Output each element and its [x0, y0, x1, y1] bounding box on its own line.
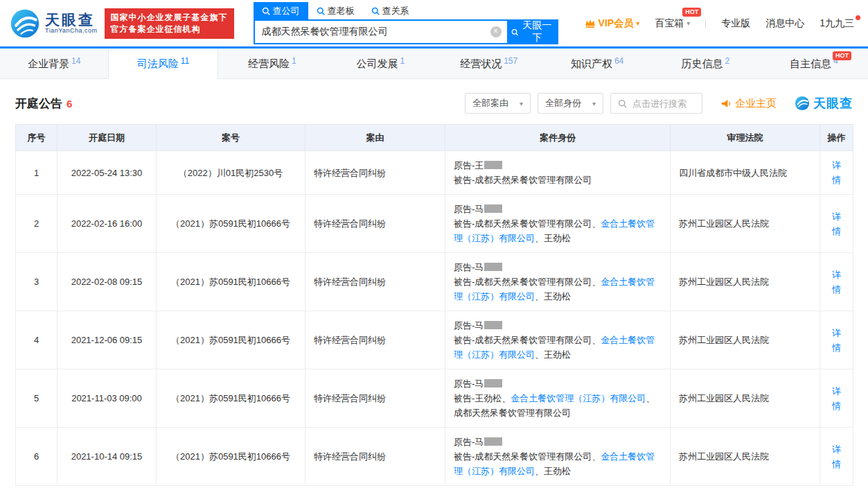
cell-case-no: （2021）苏0591民初10666号: [157, 253, 305, 311]
tianyancha-brand[interactable]: 天眼查: [795, 95, 853, 112]
company-home-link[interactable]: 企业主页: [720, 97, 777, 110]
tab-label: 公司发展: [356, 58, 398, 69]
filters: 全部案由 ▾ 全部身份 ▾: [465, 93, 853, 114]
tab-label: 经营风险: [248, 58, 290, 69]
tab-label: 自主信息: [790, 58, 831, 69]
cell-court: 苏州工业园区人民法院: [671, 311, 820, 369]
redacted-name: [484, 379, 502, 387]
cell-date: 2022-02-08 09:15: [57, 253, 157, 311]
tab-search-company[interactable]: 查公司: [254, 2, 308, 19]
search-tab-label: 查公司: [273, 5, 300, 17]
tab-business-status[interactable]: 经营状况157: [435, 49, 543, 78]
tab-count: 2: [725, 56, 730, 66]
party-text: 被告-王劲松、: [454, 393, 511, 403]
section-count: 6: [67, 98, 72, 110]
tab-company-background[interactable]: 企业背景14: [0, 49, 108, 78]
detail-link[interactable]: 详情: [832, 328, 841, 353]
cell-seq: 4: [16, 311, 57, 369]
tab-judicial-risk[interactable]: 司法风险11: [108, 49, 218, 79]
nav-tabs: 企业背景14司法风险11经营风险1公司发展1经营状况157知识产权64历史信息2…: [0, 49, 868, 79]
chevron-down-icon: ▾: [687, 19, 690, 27]
party-text: 、王劲松: [535, 349, 571, 360]
cell-cause: 特许经营合同纠纷: [305, 253, 445, 311]
cell-identity: 原告-马被告-成都天然呆餐饮管理有限公司、金合土餐饮管理（江苏）有限公司、王劲松: [445, 311, 671, 369]
detail-link[interactable]: 详情: [832, 270, 841, 295]
cell-identity: 原告-马被告-王劲松、金合土餐饮管理（江苏）有限公司、成都天然呆餐饮管理有限公司: [445, 369, 671, 428]
detail-link[interactable]: 详情: [832, 386, 841, 411]
search-tabs: 查公司查老板查关系: [254, 2, 558, 19]
vip-label: VIP会员: [599, 17, 634, 30]
cell-date: 2021-11-03 09:00: [57, 369, 157, 428]
identity-filter-select[interactable]: 全部身份 ▾: [538, 93, 603, 114]
detail-link[interactable]: 详情: [832, 211, 841, 236]
tab-intellectual-property[interactable]: 知识产权64: [543, 49, 651, 78]
cell-cause: 特许经营合同纠纷: [305, 428, 445, 486]
user-menu[interactable]: 1九九三: [820, 17, 854, 30]
tab-label: 经营状况: [460, 58, 502, 69]
table-row: 22022-02-16 16:00（2021）苏0591民初10666号特许经营…: [16, 195, 853, 253]
gov-badge-line2: 官方备案企业征信机构: [111, 24, 228, 35]
chevron-down-icon: ▾: [592, 100, 596, 107]
search-icon: [371, 7, 380, 15]
tianyancha-logo-icon: [10, 8, 40, 39]
tab-self-info[interactable]: 自主信息4HOT: [760, 49, 868, 78]
cell-seq: 6: [16, 428, 57, 486]
cell-court: 苏州工业园区人民法院: [671, 428, 820, 486]
col-header-action: 操作: [820, 125, 853, 151]
message-center-link[interactable]: 消息中心: [765, 17, 804, 30]
cause-filter-select[interactable]: 全部案由 ▾: [465, 93, 531, 114]
cell-court: 四川省成都市中级人民法院: [671, 151, 820, 195]
chevron-down-icon: ▾: [636, 19, 639, 27]
cell-court: 苏州工业园区人民法院: [671, 369, 820, 428]
pro-version-link[interactable]: 专业版: [721, 17, 750, 30]
party-text: 原告-王: [454, 160, 484, 171]
megaphone-icon: [720, 98, 732, 109]
cell-cause: 特许经营合同纠纷: [305, 369, 445, 428]
col-header-identity: 案件身份: [445, 125, 671, 151]
cell-action: 详情: [820, 311, 853, 369]
search-icon: [618, 99, 627, 108]
tab-history-info[interactable]: 历史信息2: [651, 49, 759, 78]
redacted-name: [484, 437, 502, 446]
party-text: 原告-马: [454, 378, 484, 389]
tab-label: 知识产权: [571, 58, 612, 69]
table-search-box: [610, 93, 702, 114]
crown-icon: [585, 19, 596, 28]
cell-court: 苏州工业园区人民法院: [671, 253, 820, 311]
col-header-seq: 序号: [16, 125, 57, 151]
tianyancha-brand-icon: [795, 96, 810, 111]
detail-link[interactable]: 详情: [832, 160, 841, 185]
tab-search-boss[interactable]: 查老板: [308, 2, 363, 19]
tab-search-relation[interactable]: 查关系: [363, 2, 418, 19]
cell-case-no: （2021）苏0591民初10666号: [157, 195, 305, 253]
hot-badge: HOT: [833, 51, 851, 60]
company-search-input[interactable]: [255, 21, 490, 43]
section-title: 开庭公告: [15, 96, 62, 112]
table-body: 12022-05-24 13:30（2022）川01民初2530号特许经营合同纠…: [16, 151, 853, 486]
search-area: 查公司查老板查关系 × 天眼一下: [254, 2, 558, 44]
tab-company-development[interactable]: 公司发展1: [326, 49, 434, 78]
clear-icon[interactable]: ×: [490, 26, 502, 37]
identity-filter-label: 全部身份: [545, 97, 581, 110]
vip-menu[interactable]: VIP会员 ▾: [585, 17, 640, 30]
search-button[interactable]: 天眼一下: [507, 21, 557, 43]
tab-label: 历史信息: [682, 58, 723, 69]
cell-cause: 特许经营合同纠纷: [305, 151, 445, 195]
table-row: 62021-10-14 09:15（2021）苏0591民初10666号特许经营…: [16, 428, 853, 486]
table-row: 52021-11-03 09:00（2021）苏0591民初10666号特许经营…: [16, 369, 853, 428]
treasure-box-menu[interactable]: 百宝箱 ▾ HOT: [655, 17, 690, 30]
cell-case-no: （2022）川01民初2530号: [157, 151, 305, 195]
tab-business-risk[interactable]: 经营风险1: [218, 49, 326, 78]
detail-link[interactable]: 详情: [832, 444, 841, 469]
cell-date: 2022-05-24 13:30: [57, 151, 157, 195]
cell-case-no: （2021）苏0591民初10666号: [157, 428, 305, 486]
cell-action: 详情: [820, 151, 853, 195]
party-text: 被告-成都天然呆餐饮管理有限公司、: [454, 451, 601, 462]
party-company-link[interactable]: 金合土餐饮管理（江苏）有限公司: [511, 393, 646, 403]
chevron-down-icon: ▾: [520, 100, 523, 107]
table-search-input[interactable]: [631, 98, 695, 110]
gov-certification-badge: 国家中小企业发展子基金旗下 官方备案企业征信机构: [105, 8, 234, 39]
cell-identity: 原告-马被告-成都天然呆餐饮管理有限公司、金合土餐饮管理（江苏）有限公司、王劲松: [445, 253, 671, 311]
tianyancha-logo[interactable]: 天眼查 TianYanCha.com: [10, 8, 98, 39]
party-text: 原告-马: [454, 262, 484, 272]
